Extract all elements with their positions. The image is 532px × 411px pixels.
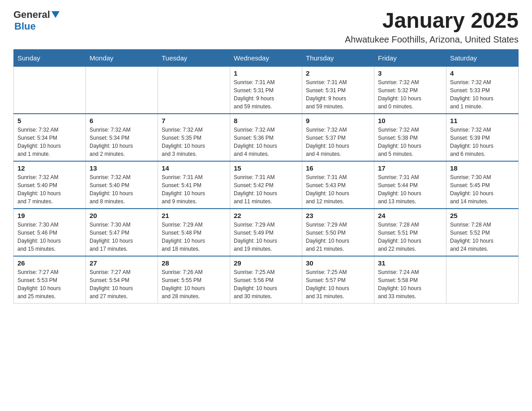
day-info: Sunrise: 7:24 AM Sunset: 5:58 PM Dayligh… [378,268,442,300]
day-info: Sunrise: 7:30 AM Sunset: 5:47 PM Dayligh… [90,221,154,253]
calendar-cell: 18Sunrise: 7:30 AM Sunset: 5:45 PM Dayli… [446,161,519,209]
day-number: 21 [162,212,226,219]
day-number: 15 [234,164,298,172]
day-number: 26 [17,259,82,267]
calendar-cell [446,256,519,304]
main-title: January 2025 [345,9,519,33]
day-info: Sunrise: 7:32 AM Sunset: 5:37 PM Dayligh… [306,126,370,158]
day-info: Sunrise: 7:31 AM Sunset: 5:41 PM Dayligh… [162,173,226,206]
logo-general-text: General [13,9,50,21]
day-number: 9 [306,117,370,124]
day-info: Sunrise: 7:32 AM Sunset: 5:34 PM Dayligh… [17,126,82,158]
calendar-week-row: 19Sunrise: 7:30 AM Sunset: 5:46 PM Dayli… [14,209,519,256]
day-number: 30 [306,259,370,267]
day-info: Sunrise: 7:32 AM Sunset: 5:36 PM Dayligh… [234,126,298,158]
day-info: Sunrise: 7:29 AM Sunset: 5:50 PM Dayligh… [306,221,370,253]
day-number: 18 [450,164,515,172]
logo-triangle-icon [51,11,60,18]
day-info: Sunrise: 7:32 AM Sunset: 5:40 PM Dayligh… [90,173,154,206]
day-number: 10 [378,117,442,124]
day-info: Sunrise: 7:31 AM Sunset: 5:31 PM Dayligh… [306,78,370,111]
day-info: Sunrise: 7:32 AM Sunset: 5:39 PM Dayligh… [450,126,515,158]
calendar-header-saturday: Saturday [446,49,519,66]
day-info: Sunrise: 7:32 AM Sunset: 5:40 PM Dayligh… [17,173,82,206]
calendar-table: SundayMondayTuesdayWednesdayThursdayFrid… [13,49,519,304]
calendar-cell: 6Sunrise: 7:32 AM Sunset: 5:34 PM Daylig… [86,114,158,161]
day-info: Sunrise: 7:29 AM Sunset: 5:48 PM Dayligh… [162,221,226,253]
day-info: Sunrise: 7:31 AM Sunset: 5:42 PM Dayligh… [234,173,298,206]
calendar-cell: 27Sunrise: 7:27 AM Sunset: 5:54 PM Dayli… [86,256,158,304]
day-info: Sunrise: 7:31 AM Sunset: 5:44 PM Dayligh… [378,173,442,206]
calendar-week-row: 12Sunrise: 7:32 AM Sunset: 5:40 PM Dayli… [14,161,519,209]
day-number: 19 [17,212,82,219]
day-info: Sunrise: 7:29 AM Sunset: 5:49 PM Dayligh… [234,221,298,253]
day-info: Sunrise: 7:27 AM Sunset: 5:54 PM Dayligh… [90,268,154,300]
calendar-cell [14,66,86,114]
logo-blue-text: Blue [14,21,60,32]
day-number: 6 [90,117,154,124]
day-number: 20 [90,212,154,219]
calendar-cell: 24Sunrise: 7:28 AM Sunset: 5:51 PM Dayli… [374,209,446,256]
day-number: 23 [306,212,370,219]
calendar-cell: 25Sunrise: 7:28 AM Sunset: 5:52 PM Dayli… [446,209,519,256]
day-number: 14 [162,164,226,172]
day-info: Sunrise: 7:31 AM Sunset: 5:31 PM Dayligh… [234,78,298,111]
calendar-cell: 12Sunrise: 7:32 AM Sunset: 5:40 PM Dayli… [14,161,86,209]
calendar-cell: 30Sunrise: 7:25 AM Sunset: 5:57 PM Dayli… [302,256,374,304]
day-info: Sunrise: 7:26 AM Sunset: 5:55 PM Dayligh… [162,268,226,300]
calendar-cell: 19Sunrise: 7:30 AM Sunset: 5:46 PM Dayli… [14,209,86,256]
day-info: Sunrise: 7:32 AM Sunset: 5:38 PM Dayligh… [378,126,442,158]
subtitle: Ahwatukee Foothills, Arizona, United Sta… [345,34,519,45]
calendar-cell: 5Sunrise: 7:32 AM Sunset: 5:34 PM Daylig… [14,114,86,161]
calendar-cell: 4Sunrise: 7:32 AM Sunset: 5:33 PM Daylig… [446,66,519,114]
day-number: 13 [90,164,154,172]
calendar-header-row: SundayMondayTuesdayWednesdayThursdayFrid… [14,49,519,66]
calendar-header-friday: Friday [374,49,446,66]
day-info: Sunrise: 7:32 AM Sunset: 5:35 PM Dayligh… [162,126,226,158]
calendar-header-tuesday: Tuesday [158,49,230,66]
day-info: Sunrise: 7:28 AM Sunset: 5:51 PM Dayligh… [378,221,442,253]
logo: General Blue [13,9,60,32]
calendar-cell: 2Sunrise: 7:31 AM Sunset: 5:31 PM Daylig… [302,66,374,114]
calendar-cell: 21Sunrise: 7:29 AM Sunset: 5:48 PM Dayli… [158,209,230,256]
calendar-cell: 22Sunrise: 7:29 AM Sunset: 5:49 PM Dayli… [230,209,302,256]
calendar-cell: 3Sunrise: 7:32 AM Sunset: 5:32 PM Daylig… [374,66,446,114]
calendar-cell: 1Sunrise: 7:31 AM Sunset: 5:31 PM Daylig… [230,66,302,114]
day-number: 16 [306,164,370,172]
day-info: Sunrise: 7:25 AM Sunset: 5:56 PM Dayligh… [234,268,298,300]
calendar-cell: 8Sunrise: 7:32 AM Sunset: 5:36 PM Daylig… [230,114,302,161]
calendar-week-row: 26Sunrise: 7:27 AM Sunset: 5:53 PM Dayli… [14,256,519,304]
calendar-header-wednesday: Wednesday [230,49,302,66]
calendar-cell: 15Sunrise: 7:31 AM Sunset: 5:42 PM Dayli… [230,161,302,209]
calendar-cell: 26Sunrise: 7:27 AM Sunset: 5:53 PM Dayli… [14,256,86,304]
day-number: 29 [234,259,298,267]
day-number: 2 [306,69,370,77]
day-info: Sunrise: 7:32 AM Sunset: 5:32 PM Dayligh… [378,78,442,111]
day-info: Sunrise: 7:32 AM Sunset: 5:33 PM Dayligh… [450,78,515,111]
day-number: 31 [378,259,442,267]
day-number: 3 [378,69,442,77]
calendar-cell: 31Sunrise: 7:24 AM Sunset: 5:58 PM Dayli… [374,256,446,304]
calendar-cell: 10Sunrise: 7:32 AM Sunset: 5:38 PM Dayli… [374,114,446,161]
day-info: Sunrise: 7:27 AM Sunset: 5:53 PM Dayligh… [17,268,82,300]
calendar-cell: 23Sunrise: 7:29 AM Sunset: 5:50 PM Dayli… [302,209,374,256]
calendar-week-row: 5Sunrise: 7:32 AM Sunset: 5:34 PM Daylig… [14,114,519,161]
day-number: 8 [234,117,298,124]
day-number: 4 [450,69,515,77]
calendar-cell: 11Sunrise: 7:32 AM Sunset: 5:39 PM Dayli… [446,114,519,161]
page-header: General Blue January 2025 Ahwatukee Foot… [13,9,519,45]
day-number: 5 [17,117,82,124]
calendar-header-monday: Monday [86,49,158,66]
day-number: 7 [162,117,226,124]
calendar-cell: 9Sunrise: 7:32 AM Sunset: 5:37 PM Daylig… [302,114,374,161]
calendar-week-row: 1Sunrise: 7:31 AM Sunset: 5:31 PM Daylig… [14,66,519,114]
calendar-cell: 20Sunrise: 7:30 AM Sunset: 5:47 PM Dayli… [86,209,158,256]
calendar-cell: 13Sunrise: 7:32 AM Sunset: 5:40 PM Dayli… [86,161,158,209]
day-number: 11 [450,117,515,124]
calendar-cell: 17Sunrise: 7:31 AM Sunset: 5:44 PM Dayli… [374,161,446,209]
day-number: 22 [234,212,298,219]
day-info: Sunrise: 7:31 AM Sunset: 5:43 PM Dayligh… [306,173,370,206]
day-info: Sunrise: 7:25 AM Sunset: 5:57 PM Dayligh… [306,268,370,300]
day-number: 1 [234,69,298,77]
day-info: Sunrise: 7:32 AM Sunset: 5:34 PM Dayligh… [90,126,154,158]
